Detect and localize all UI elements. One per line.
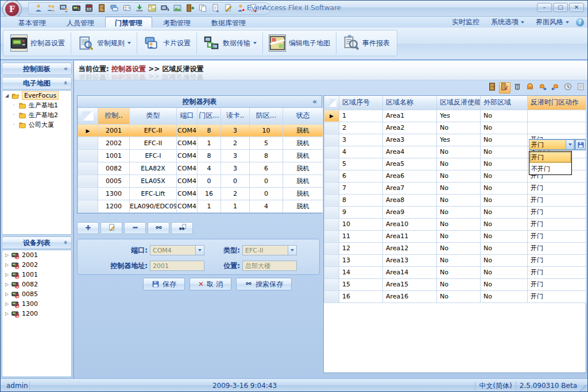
- collapse-left-icon[interactable]: «: [64, 65, 68, 72]
- controller-row[interactable]: 1001EFC-ICOM4838脱机: [78, 149, 323, 162]
- alarm-forward-button[interactable]: [537, 82, 548, 94]
- controller-row[interactable]: 0005ELA05XCOM4000脱机: [78, 174, 323, 187]
- area-row[interactable]: 8Area8NoNo开门: [324, 194, 586, 206]
- area-row[interactable]: 16Area16NoNo开门: [324, 290, 586, 302]
- row-selector[interactable]: [324, 134, 339, 146]
- add-button[interactable]: [77, 222, 99, 234]
- row-selector[interactable]: [78, 162, 98, 174]
- tree-expander-icon[interactable]: ▷: [5, 262, 9, 267]
- status-language[interactable]: 中文(简体): [479, 381, 512, 391]
- column-header-反潜时门区动作[interactable]: 反潜时门区动作: [528, 96, 586, 110]
- port-combo-arrow-icon[interactable]: [196, 245, 204, 255]
- door-button[interactable]: [486, 82, 498, 94]
- ribbon-button-卡片设置[interactable]: 卡片设置: [140, 32, 194, 54]
- tree-expander-icon[interactable]: ▷: [5, 292, 9, 297]
- qat-cards-button[interactable]: [109, 3, 119, 14]
- close-button[interactable]: ✕: [569, 3, 584, 12]
- cancel-button[interactable]: ✕ 取 消: [189, 278, 231, 290]
- row-selector[interactable]: [324, 278, 339, 290]
- qat-door-button[interactable]: [96, 3, 107, 14]
- menu-实时监控[interactable]: 实时监控: [447, 17, 484, 28]
- row-selector[interactable]: [78, 200, 98, 212]
- qat-download-button[interactable]: [134, 3, 145, 14]
- tab-门禁管理[interactable]: 门禁管理: [105, 17, 152, 28]
- controller-row[interactable]: 2002EFC-IICOM4125脱机: [78, 137, 323, 149]
- column-header-外部区域[interactable]: 外部区域: [481, 96, 528, 110]
- row-selector[interactable]: [324, 230, 339, 242]
- row-selector[interactable]: [324, 206, 339, 218]
- row-selector[interactable]: [324, 242, 339, 254]
- column-header-防区...[interactable]: 防区...: [250, 108, 283, 124]
- time-button[interactable]: [562, 82, 574, 94]
- area-row[interactable]: 14Area14NoNo开门: [324, 266, 586, 278]
- column-header-控制..[interactable]: 控制..: [98, 108, 130, 124]
- row-selector[interactable]: [324, 254, 339, 266]
- area-row[interactable]: 9Area9NoNo开门: [324, 206, 586, 218]
- tab-基本管理[interactable]: 基本管理: [9, 17, 56, 28]
- area-row[interactable]: 12Area12NoNo开门: [324, 242, 586, 254]
- row-selector[interactable]: [324, 266, 339, 278]
- tree-item-生产基地2[interactable]: ·生产基地2: [9, 110, 71, 120]
- device-item-1200[interactable]: ▷1200: [2, 309, 71, 319]
- row-selector[interactable]: [78, 137, 98, 149]
- row-selector[interactable]: [78, 149, 98, 162]
- qat-overflow-icon[interactable]: ▾: [262, 6, 265, 11]
- device-item-0082[interactable]: ▷0082: [2, 280, 71, 289]
- qat-user-button[interactable]: [33, 3, 44, 14]
- row-selector[interactable]: [78, 187, 98, 200]
- sidebar-panel-map[interactable]: 电子地图 «: [2, 77, 72, 90]
- column-header-区域反潜使能[interactable]: 区域反潜使能: [437, 96, 481, 110]
- area-row[interactable]: 11Area11NoNo开门: [324, 230, 586, 242]
- menu-系统选项[interactable]: 系统选项: [486, 17, 529, 28]
- area-row[interactable]: 10Area10NoNo开门: [324, 218, 586, 230]
- device-item-2001[interactable]: ▷2001: [2, 250, 71, 260]
- column-header-区域名称[interactable]: 区域名称: [383, 96, 437, 110]
- row-selector[interactable]: [324, 146, 339, 158]
- column-header-端口[interactable]: 端口: [177, 108, 198, 124]
- row-selector[interactable]: [324, 290, 339, 302]
- tree-expander-icon[interactable]: ▷: [5, 301, 9, 306]
- qat-copy-button[interactable]: [198, 3, 208, 14]
- select-all-header[interactable]: [78, 108, 98, 124]
- tab-人员管理[interactable]: 人员管理: [57, 17, 104, 28]
- alarm-clear-button[interactable]: [512, 82, 523, 94]
- tab-数据库管理[interactable]: 数据库管理: [202, 17, 256, 28]
- port-combo[interactable]: COM4: [150, 245, 196, 255]
- editor-save-button[interactable]: [575, 139, 586, 150]
- row-selector[interactable]: ▶: [78, 124, 98, 137]
- device-item-2002[interactable]: ▷2002: [2, 260, 71, 270]
- qat-export-button[interactable]: [248, 3, 258, 14]
- resize-grip[interactable]: [579, 385, 586, 391]
- tree-root-everfocus[interactable]: ◢EverFocus: [2, 91, 71, 100]
- type-combo-arrow-icon[interactable]: [288, 245, 297, 255]
- select-all-header[interactable]: [324, 96, 339, 110]
- location-field[interactable]: 总部大楼: [242, 261, 297, 271]
- save-button[interactable]: 保存: [143, 278, 185, 290]
- qat-paste-button[interactable]: [210, 3, 220, 14]
- area-row[interactable]: 2Area2NoNo: [324, 122, 586, 134]
- qat-image-button[interactable]: [172, 3, 183, 14]
- alarm-back-button[interactable]: [550, 82, 561, 94]
- antipassback-button[interactable]: [499, 82, 510, 94]
- qat-map-button[interactable]: [147, 3, 157, 14]
- door-action-combo-arrow-icon[interactable]: [566, 139, 574, 150]
- collapse-up-icon[interactable]: «: [64, 79, 68, 87]
- device-item-0085[interactable]: ▷0085: [2, 289, 71, 299]
- device-item-1001[interactable]: ▷1001: [2, 270, 71, 280]
- controller-row[interactable]: 0082ELA82XCOM4436脱机: [78, 162, 323, 174]
- sidebar-panel-devices[interactable]: 设备列表 «: [2, 236, 72, 249]
- device-item-1300[interactable]: ▷1300: [2, 299, 71, 309]
- menu-界面风格[interactable]: 界面风格: [531, 17, 574, 28]
- find-save-button[interactable]: [171, 222, 193, 234]
- qat-signature-button[interactable]: [223, 3, 233, 14]
- row-selector[interactable]: [324, 170, 339, 182]
- tree-expander-icon[interactable]: ◢: [5, 93, 9, 98]
- column-header-状态[interactable]: 状态: [283, 108, 323, 124]
- qat-controller-button[interactable]: [71, 3, 82, 14]
- controller-row[interactable]: 1200ELA090/EDC090COM4114脱机: [78, 200, 323, 212]
- column-header-类型[interactable]: 类型: [130, 108, 177, 124]
- dropdown-option-不开门[interactable]: 不开门: [529, 163, 571, 174]
- collapse-panel-icon[interactable]: «: [312, 98, 317, 106]
- row-selector[interactable]: [78, 174, 98, 187]
- ribbon-overflow-grip[interactable]: ≡: [347, 33, 351, 39]
